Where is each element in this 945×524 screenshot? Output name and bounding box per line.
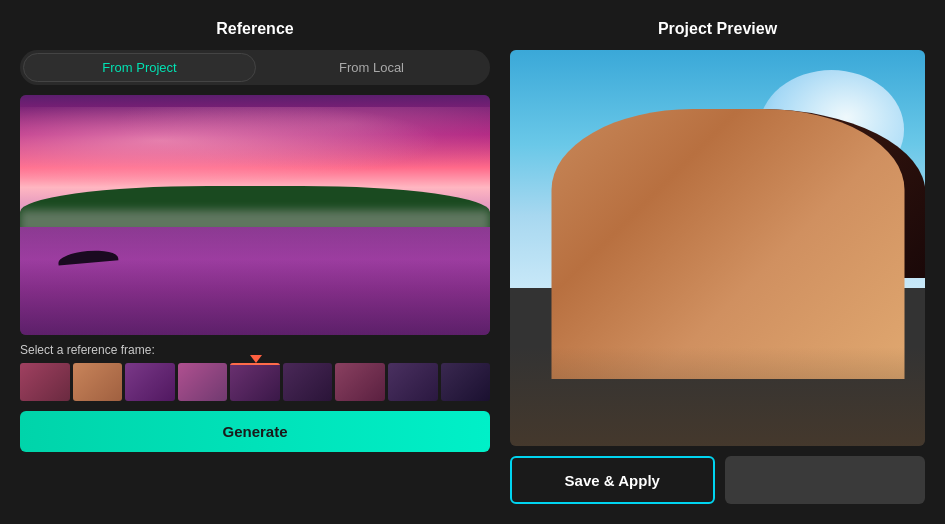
sunset-lake-image — [20, 95, 490, 335]
bottom-buttons: Save & Apply — [510, 456, 925, 504]
thumb-inner-8 — [441, 363, 491, 401]
face-skin — [552, 109, 905, 378]
thumb-inner-0 — [20, 363, 70, 401]
thumb-inner-3 — [178, 363, 228, 401]
reference-title: Reference — [216, 20, 293, 38]
main-container: Reference From Project From Local Select… — [0, 0, 945, 524]
generate-button[interactable]: Generate — [20, 411, 490, 452]
thumb-inner-7 — [388, 363, 438, 401]
water-reflection — [20, 227, 490, 335]
filmstrip-thumb-4[interactable] — [230, 363, 280, 401]
filmstrip-thumb-6[interactable] — [335, 363, 385, 401]
tab-from-local[interactable]: From Local — [256, 53, 487, 82]
right-panel: Project Preview Save & Apply — [510, 20, 925, 504]
filmstrip-thumb-8[interactable] — [441, 363, 491, 401]
thumb-inner-1 — [73, 363, 123, 401]
save-apply-button[interactable]: Save & Apply — [510, 456, 715, 504]
tab-from-project[interactable]: From Project — [23, 53, 256, 82]
portrait — [510, 50, 925, 446]
left-panel: Reference From Project From Local Select… — [20, 20, 490, 504]
filmstrip[interactable] — [20, 363, 490, 401]
tab-bar: From Project From Local — [20, 50, 490, 85]
filmstrip-thumb-5[interactable] — [283, 363, 333, 401]
filmstrip-thumb-7[interactable] — [388, 363, 438, 401]
export-button[interactable] — [725, 456, 926, 504]
thumb-inner-5 — [283, 363, 333, 401]
filmstrip-thumb-3[interactable] — [178, 363, 228, 401]
thumb-inner-4 — [230, 363, 280, 401]
thumb-inner-6 — [335, 363, 385, 401]
indicator-arrow — [250, 355, 262, 363]
frame-label: Select a reference frame: — [20, 343, 155, 357]
thumb-inner-2 — [125, 363, 175, 401]
filmstrip-wrapper — [20, 363, 490, 411]
filmstrip-thumb-2[interactable] — [125, 363, 175, 401]
project-preview-image — [510, 50, 925, 446]
filmstrip-thumb-0[interactable] — [20, 363, 70, 401]
reference-image-container — [20, 95, 490, 335]
filmstrip-thumb-1[interactable] — [73, 363, 123, 401]
city-blur — [510, 347, 925, 446]
sky-clouds — [20, 107, 490, 191]
project-preview-title: Project Preview — [658, 20, 777, 38]
